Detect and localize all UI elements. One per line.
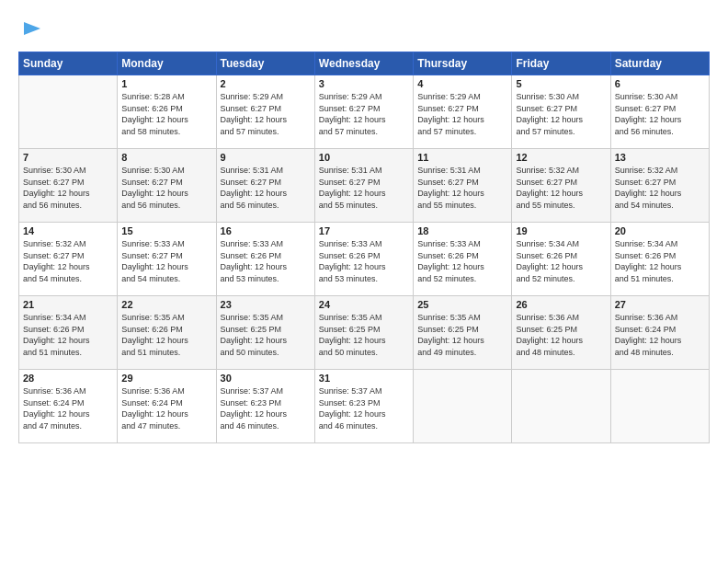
day-cell: [610, 370, 709, 443]
day-content: Sunrise: 5:32 AM Sunset: 6:27 PM Dayligh…: [516, 165, 606, 211]
day-cell: 23Sunrise: 5:35 AM Sunset: 6:25 PM Dayli…: [216, 296, 314, 370]
day-content: Sunrise: 5:35 AM Sunset: 6:25 PM Dayligh…: [417, 312, 507, 358]
day-cell: 14Sunrise: 5:32 AM Sunset: 6:27 PM Dayli…: [19, 223, 118, 296]
day-number: 15: [121, 225, 211, 236]
day-content: Sunrise: 5:31 AM Sunset: 6:27 PM Dayligh…: [221, 165, 311, 211]
day-cell: 30Sunrise: 5:37 AM Sunset: 6:23 PM Dayli…: [216, 370, 314, 443]
header-cell-sunday: Sunday: [19, 52, 118, 75]
header-cell-tuesday: Tuesday: [216, 52, 314, 75]
day-cell: 18Sunrise: 5:33 AM Sunset: 6:26 PM Dayli…: [414, 223, 512, 296]
day-content: Sunrise: 5:37 AM Sunset: 6:23 PM Dayligh…: [319, 385, 409, 431]
day-cell: 1Sunrise: 5:28 AM Sunset: 6:26 PM Daylig…: [118, 75, 216, 149]
day-number: 17: [319, 225, 409, 236]
day-number: 4: [417, 78, 507, 89]
day-content: Sunrise: 5:35 AM Sunset: 6:25 PM Dayligh…: [221, 312, 311, 358]
day-number: 13: [615, 152, 705, 163]
day-cell: 27Sunrise: 5:36 AM Sunset: 6:24 PM Dayli…: [610, 296, 709, 370]
day-cell: 17Sunrise: 5:33 AM Sunset: 6:26 PM Dayli…: [314, 223, 413, 296]
day-cell: 31Sunrise: 5:37 AM Sunset: 6:23 PM Dayli…: [314, 370, 413, 443]
day-content: Sunrise: 5:29 AM Sunset: 6:27 PM Dayligh…: [417, 91, 507, 137]
calendar-table: SundayMondayTuesdayWednesdayThursdayFrid…: [18, 52, 710, 443]
header-cell-saturday: Saturday: [610, 52, 709, 75]
day-number: 30: [221, 373, 311, 384]
day-cell: [512, 370, 610, 443]
day-number: 5: [516, 78, 606, 89]
day-cell: 8Sunrise: 5:30 AM Sunset: 6:27 PM Daylig…: [118, 149, 216, 223]
header-cell-friday: Friday: [512, 52, 610, 75]
day-content: Sunrise: 5:29 AM Sunset: 6:27 PM Dayligh…: [221, 91, 311, 137]
day-cell: 13Sunrise: 5:32 AM Sunset: 6:27 PM Dayli…: [610, 149, 709, 223]
day-number: 24: [319, 299, 409, 310]
day-number: 8: [121, 152, 211, 163]
day-content: Sunrise: 5:30 AM Sunset: 6:27 PM Dayligh…: [23, 165, 113, 211]
day-number: 1: [121, 78, 211, 89]
week-row-2: 7Sunrise: 5:30 AM Sunset: 6:27 PM Daylig…: [19, 149, 710, 223]
header-row: SundayMondayTuesdayWednesdayThursdayFrid…: [19, 52, 710, 75]
week-row-4: 21Sunrise: 5:34 AM Sunset: 6:26 PM Dayli…: [19, 296, 710, 370]
day-number: 20: [615, 225, 705, 236]
header-cell-wednesday: Wednesday: [314, 52, 413, 75]
day-content: Sunrise: 5:30 AM Sunset: 6:27 PM Dayligh…: [615, 91, 705, 137]
day-number: 12: [516, 152, 606, 163]
day-cell: 25Sunrise: 5:35 AM Sunset: 6:25 PM Dayli…: [414, 296, 512, 370]
day-cell: 21Sunrise: 5:34 AM Sunset: 6:26 PM Dayli…: [19, 296, 118, 370]
day-content: Sunrise: 5:30 AM Sunset: 6:27 PM Dayligh…: [121, 165, 211, 211]
day-content: Sunrise: 5:31 AM Sunset: 6:27 PM Dayligh…: [319, 165, 409, 211]
day-number: 21: [23, 299, 113, 310]
day-content: Sunrise: 5:33 AM Sunset: 6:27 PM Dayligh…: [121, 238, 211, 284]
day-content: Sunrise: 5:35 AM Sunset: 6:25 PM Dayligh…: [319, 312, 409, 358]
day-number: 2: [221, 78, 311, 89]
day-content: Sunrise: 5:34 AM Sunset: 6:26 PM Dayligh…: [516, 238, 606, 284]
day-content: Sunrise: 5:28 AM Sunset: 6:26 PM Dayligh…: [121, 91, 211, 137]
day-cell: 22Sunrise: 5:35 AM Sunset: 6:26 PM Dayli…: [118, 296, 216, 370]
day-number: 26: [516, 299, 606, 310]
day-cell: 4Sunrise: 5:29 AM Sunset: 6:27 PM Daylig…: [414, 75, 512, 149]
day-content: Sunrise: 5:31 AM Sunset: 6:27 PM Dayligh…: [417, 165, 507, 211]
day-number: 25: [417, 299, 507, 310]
day-number: 7: [23, 152, 113, 163]
day-cell: 24Sunrise: 5:35 AM Sunset: 6:25 PM Dayli…: [314, 296, 413, 370]
day-cell: 5Sunrise: 5:30 AM Sunset: 6:27 PM Daylig…: [512, 75, 610, 149]
day-number: 31: [319, 373, 409, 384]
day-cell: 20Sunrise: 5:34 AM Sunset: 6:26 PM Dayli…: [610, 223, 709, 296]
day-cell: 29Sunrise: 5:36 AM Sunset: 6:24 PM Dayli…: [118, 370, 216, 443]
day-cell: 28Sunrise: 5:36 AM Sunset: 6:24 PM Dayli…: [19, 370, 118, 443]
day-cell: 12Sunrise: 5:32 AM Sunset: 6:27 PM Dayli…: [512, 149, 610, 223]
header-cell-thursday: Thursday: [414, 52, 512, 75]
logo: [18, 15, 42, 42]
day-content: Sunrise: 5:32 AM Sunset: 6:27 PM Dayligh…: [615, 165, 705, 211]
day-number: 11: [417, 152, 507, 163]
day-cell: 2Sunrise: 5:29 AM Sunset: 6:27 PM Daylig…: [216, 75, 314, 149]
day-number: 9: [221, 152, 311, 163]
day-content: Sunrise: 5:33 AM Sunset: 6:26 PM Dayligh…: [319, 238, 409, 284]
day-content: Sunrise: 5:35 AM Sunset: 6:26 PM Dayligh…: [121, 312, 211, 358]
day-content: Sunrise: 5:30 AM Sunset: 6:27 PM Dayligh…: [516, 91, 606, 137]
calendar-header: SundayMondayTuesdayWednesdayThursdayFrid…: [19, 52, 710, 75]
header: [18, 15, 710, 42]
day-cell: 19Sunrise: 5:34 AM Sunset: 6:26 PM Dayli…: [512, 223, 610, 296]
day-number: 10: [319, 152, 409, 163]
day-cell: 10Sunrise: 5:31 AM Sunset: 6:27 PM Dayli…: [314, 149, 413, 223]
day-number: 29: [121, 373, 211, 384]
calendar-body: 1Sunrise: 5:28 AM Sunset: 6:26 PM Daylig…: [19, 75, 710, 443]
week-row-3: 14Sunrise: 5:32 AM Sunset: 6:27 PM Dayli…: [19, 223, 710, 296]
header-cell-monday: Monday: [118, 52, 216, 75]
day-number: 16: [221, 225, 311, 236]
week-row-1: 1Sunrise: 5:28 AM Sunset: 6:26 PM Daylig…: [19, 75, 710, 149]
day-number: 6: [615, 78, 705, 89]
day-cell: 3Sunrise: 5:29 AM Sunset: 6:27 PM Daylig…: [314, 75, 413, 149]
day-number: 3: [319, 78, 409, 89]
day-content: Sunrise: 5:32 AM Sunset: 6:27 PM Dayligh…: [23, 238, 113, 284]
svg-marker-0: [24, 22, 40, 35]
day-number: 27: [615, 299, 705, 310]
day-cell: 26Sunrise: 5:36 AM Sunset: 6:25 PM Dayli…: [512, 296, 610, 370]
day-cell: 16Sunrise: 5:33 AM Sunset: 6:26 PM Dayli…: [216, 223, 314, 296]
day-cell: [19, 75, 118, 149]
day-number: 22: [121, 299, 211, 310]
day-number: 14: [23, 225, 113, 236]
day-number: 19: [516, 225, 606, 236]
day-cell: [414, 370, 512, 443]
week-row-5: 28Sunrise: 5:36 AM Sunset: 6:24 PM Dayli…: [19, 370, 710, 443]
day-number: 23: [221, 299, 311, 310]
day-content: Sunrise: 5:33 AM Sunset: 6:26 PM Dayligh…: [417, 238, 507, 284]
